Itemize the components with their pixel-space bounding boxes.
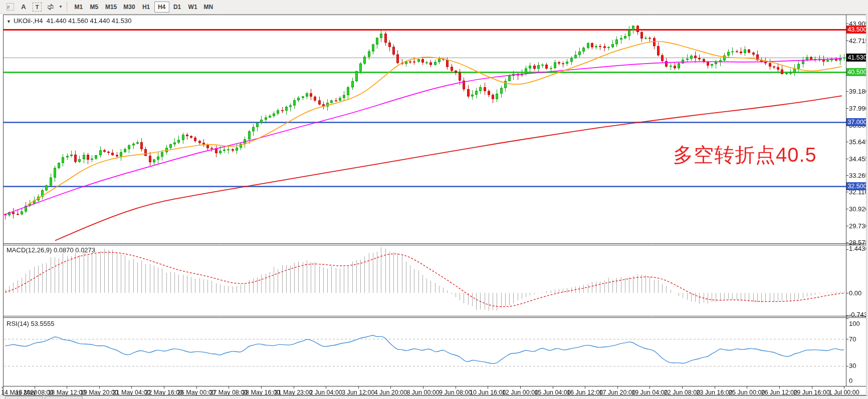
chart-tabs-strip <box>0 395 868 399</box>
time-axis-label: 2 Jun 04:00 <box>310 389 342 396</box>
price-level-badge: 37.000 <box>846 118 868 126</box>
timeframe-button[interactable]: MN <box>201 2 216 13</box>
text-box-icon: T <box>33 3 42 12</box>
time-axis-label: 9 Jun 08:00 <box>439 389 472 396</box>
font-tool-button[interactable]: F <box>4 2 16 13</box>
macd-panel-label: MACD(12,26,9) 0.0870 0.0273 <box>7 246 95 254</box>
price-tick-label: 39.180 <box>849 88 868 95</box>
timeframe-button[interactable]: D1 <box>170 2 185 13</box>
rsi-scale-100: 100 <box>849 320 860 327</box>
rsi-panel-label: RSI(14) 53.5555 <box>7 320 54 327</box>
arrow-text-tool-button[interactable]: A <box>18 2 30 13</box>
time-axis-label: 22 Jun 08:00 <box>664 389 700 396</box>
timeframe-button[interactable]: H4 <box>154 2 169 13</box>
time-axis-label: 15 Jun 04:00 <box>534 389 570 396</box>
timeframe-button[interactable]: M15 <box>102 2 120 13</box>
chart-symbol-title: ▼UKOil-,H4 41.440 41.560 41.440 41.530 <box>7 17 132 26</box>
collapse-arrow-icon[interactable]: ▼ <box>7 19 11 24</box>
time-axis-label: 23 Jun 16:00 <box>696 389 732 396</box>
price-level-badge: 43.500 <box>846 26 868 34</box>
price-tick-label: 37.990 <box>849 105 868 112</box>
macd-scale-top: 1.4436 <box>849 245 868 252</box>
price-level-badge: 32.500 <box>846 182 868 190</box>
toolbar-separator <box>67 2 67 12</box>
window-right-edge <box>866 15 868 395</box>
timeframe-button[interactable]: M1 <box>71 2 86 13</box>
time-axis-label: 16 Jun 12:00 <box>567 389 603 396</box>
time-axis-label: 3 Jun 12:00 <box>342 389 374 396</box>
terminal-window: { "toolbar": { "font_icon_label": "F", "… <box>0 0 868 399</box>
price-level-badge: 40.500 <box>846 68 868 76</box>
price-level-badge: 41.530 <box>846 54 868 62</box>
timeframe-button[interactable]: W1 <box>185 2 200 13</box>
price-tick-label: 35.645 <box>849 138 868 146</box>
time-axis-label: 12 Jun 00:00 <box>502 389 538 396</box>
time-axis-label: 4 Jun 20:00 <box>374 389 407 396</box>
macd-scale-zero: 0.00 <box>849 289 861 297</box>
time-axis-label: 29 Jun 16:00 <box>793 389 829 396</box>
text-label-tool-button[interactable]: T <box>31 2 43 13</box>
rsi-scale-70: 70 <box>849 335 856 343</box>
price-tick-label: 30.920 <box>849 205 868 213</box>
timeframe-group: M1M5M15M30H1H4D1W1MN <box>71 2 216 13</box>
font-icon: F <box>7 3 14 11</box>
chart-text-annotation[interactable]: 多空转折点40.5 <box>673 141 817 169</box>
price-tick-label: 42.715 <box>849 37 868 45</box>
time-axis-label: 26 Jun 12:00 <box>761 389 797 396</box>
time-axis-label: 10 Jun 16:00 <box>470 389 506 396</box>
timeframe-button[interactable]: M5 <box>87 2 102 13</box>
rsi-scale-0: 0 <box>849 377 852 384</box>
time-axis-label: 31 May 23:00 <box>275 389 313 396</box>
time-axis-label: 25 Jun 00:00 <box>729 389 765 396</box>
symbol-period-label: UKOil-,H4 <box>14 17 43 25</box>
price-tick-label: 29.730 <box>849 222 868 230</box>
chart-tab[interactable] <box>45 396 83 399</box>
toolbar: F A T ▼ M1M5M15M30H1H4D1W1MN <box>0 0 868 14</box>
price-tick-label: 33.265 <box>849 172 868 179</box>
time-axis-label: 1 Jul 00:00 <box>829 389 859 396</box>
chart-tab[interactable] <box>5 396 43 399</box>
time-axis-label: 19 Jun 04:00 <box>631 389 668 396</box>
cycle-arrows-icon <box>47 4 55 11</box>
time-axis-label: 17 Jun 20:00 <box>599 389 635 396</box>
price-chart-canvas[interactable] <box>0 0 868 399</box>
dropdown-caret-icon[interactable]: ▼ <box>59 5 63 9</box>
ohlc-values: 41.440 41.560 41.440 41.530 <box>47 17 132 25</box>
timeframe-button[interactable]: H1 <box>139 2 154 13</box>
rsi-scale-30: 30 <box>849 362 856 369</box>
price-tick-label: 34.455 <box>849 155 868 163</box>
timeframe-button[interactable]: M30 <box>120 2 138 13</box>
objects-tool-button[interactable] <box>45 2 57 13</box>
time-axis-label: 8 Jun 00:00 <box>406 389 439 396</box>
macd-scale-bottom: -0.7431 <box>849 311 868 318</box>
